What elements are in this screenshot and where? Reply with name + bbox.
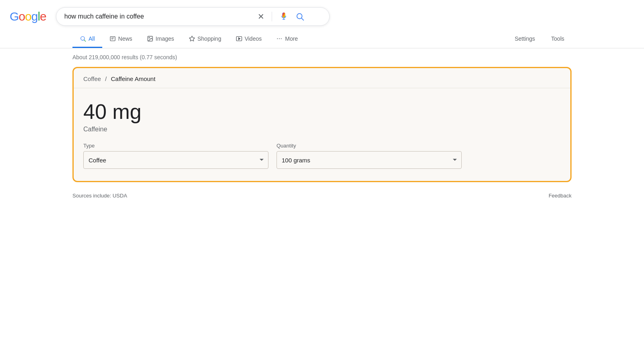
svg-point-8 (149, 37, 149, 38)
type-selector-label: Type (83, 143, 268, 149)
shopping-tab-icon (189, 35, 195, 42)
knowledge-panel: Coffee / Caffeine Amount 40 mg Caffeine … (72, 67, 572, 182)
svg-point-12 (277, 38, 278, 39)
quantity-selector-label: Quantity (277, 143, 462, 149)
tab-images-label: Images (156, 35, 174, 42)
tab-news-label: News (118, 35, 132, 42)
type-selector-group: Type Coffee Espresso Decaf Coffee Tea (83, 143, 268, 169)
close-icon: ✕ (258, 12, 264, 21)
type-select[interactable]: Coffee Espresso Decaf Coffee Tea (83, 151, 268, 169)
tab-images[interactable]: Images (140, 31, 182, 48)
kp-selectors: Type Coffee Espresso Decaf Coffee Tea Qu… (83, 143, 561, 169)
divider (272, 12, 272, 21)
tab-settings[interactable]: Settings (508, 31, 543, 48)
svg-marker-9 (189, 36, 194, 41)
tab-shopping-label: Shopping (198, 35, 221, 42)
results-info: About 219,000,000 results (0.77 seconds) (0, 48, 644, 64)
sources-row: Sources include: USDA Feedback (0, 190, 644, 201)
tab-videos-label: Videos (245, 35, 262, 42)
search-button[interactable] (294, 10, 306, 23)
kp-label: Caffeine (83, 126, 561, 133)
results-stats: About 219,000,000 results (0.77 seconds) (72, 54, 177, 60)
quantity-selector-group: Quantity 100 grams 1 cup (8 fl oz) 1 fl … (277, 143, 462, 169)
search-input[interactable] (64, 13, 256, 20)
clear-button[interactable]: ✕ (256, 10, 266, 23)
logo-letter-o2: o (25, 10, 31, 23)
svg-line-3 (84, 40, 86, 42)
breadcrumb-parent[interactable]: Coffee (83, 75, 101, 82)
videos-tab-icon (236, 35, 242, 42)
tab-news[interactable]: News (102, 31, 140, 48)
voice-search-button[interactable] (278, 10, 290, 23)
search-tab-icon (80, 35, 86, 42)
feedback-link[interactable]: Feedback (549, 193, 572, 199)
nav-settings-tools: Settings Tools (508, 31, 572, 48)
search-bar-icons: ✕ (256, 10, 309, 23)
svg-marker-11 (238, 37, 240, 39)
header: Google ✕ (0, 0, 644, 31)
breadcrumb-current: Caffeine Amount (111, 75, 155, 82)
logo-letter-g2: g (31, 10, 38, 23)
tab-videos[interactable]: Videos (229, 31, 269, 48)
kp-value: 40 mg (83, 100, 561, 123)
news-tab-icon (109, 35, 116, 42)
tab-shopping[interactable]: Shopping (182, 31, 229, 48)
tab-all[interactable]: All (72, 31, 102, 48)
kp-body: 40 mg Caffeine Type Coffee Espresso Deca… (74, 88, 570, 181)
tab-more-label: More (285, 35, 298, 42)
search-icon (295, 12, 304, 21)
images-tab-icon (147, 35, 153, 42)
breadcrumb-separator: / (105, 75, 107, 82)
svg-point-13 (279, 38, 280, 39)
tab-tools[interactable]: Tools (544, 31, 572, 48)
tab-tools-label: Tools (551, 35, 564, 42)
search-bar-wrapper: ✕ (56, 7, 330, 26)
logo-letter-o1: o (19, 10, 25, 23)
logo-letter-g: G (10, 10, 19, 23)
svg-point-14 (281, 38, 282, 39)
tab-more[interactable]: More (269, 31, 305, 48)
tab-settings-label: Settings (515, 35, 535, 42)
svg-line-1 (301, 18, 303, 20)
nav-tabs: All News Images Shopping (0, 31, 644, 48)
more-tab-icon (276, 35, 283, 42)
quantity-select[interactable]: 100 grams 1 cup (8 fl oz) 1 fl oz 1 oz (277, 151, 462, 169)
google-logo: Google (10, 10, 46, 23)
tab-all-label: All (89, 35, 95, 42)
mic-icon (279, 12, 288, 21)
sources-text: Sources include: USDA (72, 193, 127, 199)
logo-letter-e: e (40, 10, 46, 23)
kp-breadcrumb: Coffee / Caffeine Amount (74, 68, 570, 88)
